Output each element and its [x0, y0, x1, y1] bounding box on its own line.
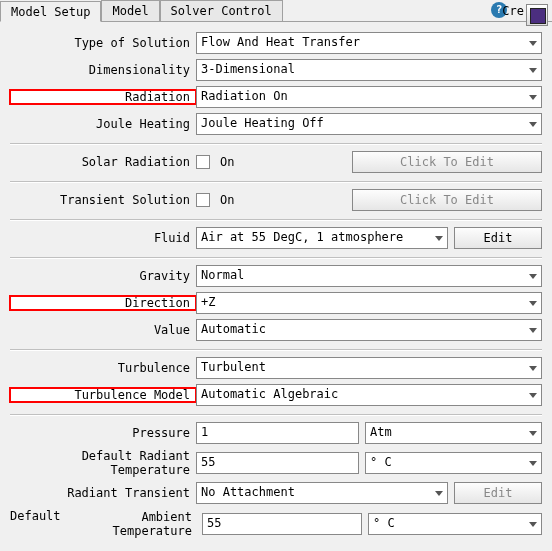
- input-pressure[interactable]: 1: [196, 422, 359, 444]
- label-ambient-temperature: Ambient Temperature: [63, 509, 196, 539]
- label-pressure: Pressure: [10, 426, 196, 440]
- select-fluid[interactable]: Air at 55 DegC, 1 atmosphere: [196, 227, 448, 249]
- select-ambient-temp-unit[interactable]: ° C: [368, 513, 542, 535]
- model-setup-panel: Type of Solution Flow And Heat Transfer …: [0, 22, 552, 539]
- tab-bar: Model Setup Model Solver Control: [0, 0, 552, 22]
- checkbox-transient-solution[interactable]: [196, 193, 210, 207]
- label-turbulence-model: Turbulence Model: [10, 388, 196, 402]
- label-turbulence: Turbulence: [10, 361, 196, 375]
- select-turbulence[interactable]: Turbulent: [196, 357, 542, 379]
- select-radiant-temp-unit[interactable]: ° C: [365, 452, 542, 474]
- select-type-of-solution[interactable]: Flow And Heat Transfer: [196, 32, 542, 54]
- label-transient-solution: Transient Solution: [10, 193, 196, 207]
- label-value: Value: [10, 323, 196, 337]
- separator: [10, 219, 542, 221]
- button-solar-edit[interactable]: Click To Edit: [352, 151, 542, 173]
- button-radiant-transient-edit[interactable]: Edit: [454, 482, 542, 504]
- label-solar-radiation: Solar Radiation: [10, 155, 196, 169]
- select-pressure-unit[interactable]: Atm: [365, 422, 542, 444]
- input-radiant-temperature[interactable]: 55: [196, 452, 359, 474]
- input-ambient-temperature[interactable]: 55: [202, 513, 362, 535]
- checkbox-solar-radiation[interactable]: [196, 155, 210, 169]
- separator: [10, 257, 542, 259]
- select-direction[interactable]: +Z: [196, 292, 542, 314]
- cre-label: Cre: [502, 4, 524, 18]
- select-joule-heating[interactable]: Joule Heating Off: [196, 113, 542, 135]
- separator: [10, 349, 542, 351]
- separator: [10, 414, 542, 416]
- separator: [10, 143, 542, 145]
- select-dimensionality[interactable]: 3-Dimensional: [196, 59, 542, 81]
- label-radiation: Radiation: [10, 90, 196, 104]
- label-on: On: [220, 193, 234, 207]
- separator: [10, 181, 542, 183]
- label-direction: Direction: [10, 296, 196, 310]
- chart-tool-icon[interactable]: [526, 4, 548, 26]
- label-gravity: Gravity: [10, 269, 196, 283]
- select-radiation[interactable]: Radiation On: [196, 86, 542, 108]
- button-transient-edit[interactable]: Click To Edit: [352, 189, 542, 211]
- label-joule-heating: Joule Heating: [10, 117, 196, 131]
- label-default-ambient: Default Ambient Temperature: [10, 509, 196, 539]
- select-radiant-transient[interactable]: No Attachment: [196, 482, 448, 504]
- label-type-of-solution: Type of Solution: [10, 36, 196, 50]
- label-default-radiant-temperature: Default Radiant Temperature: [10, 449, 196, 477]
- label-on: On: [220, 155, 234, 169]
- button-fluid-edit[interactable]: Edit: [454, 227, 542, 249]
- tab-model-setup[interactable]: Model Setup: [0, 1, 101, 22]
- label-radiant-transient: Radiant Transient: [10, 486, 196, 500]
- select-gravity[interactable]: Normal: [196, 265, 542, 287]
- select-value[interactable]: Automatic: [196, 319, 542, 341]
- tab-model[interactable]: Model: [101, 0, 159, 21]
- label-fluid: Fluid: [10, 231, 196, 245]
- label-dimensionality: Dimensionality: [10, 63, 196, 77]
- label-default: Default: [10, 509, 61, 539]
- tab-solver-control[interactable]: Solver Control: [160, 0, 283, 21]
- select-turbulence-model[interactable]: Automatic Algebraic: [196, 384, 542, 406]
